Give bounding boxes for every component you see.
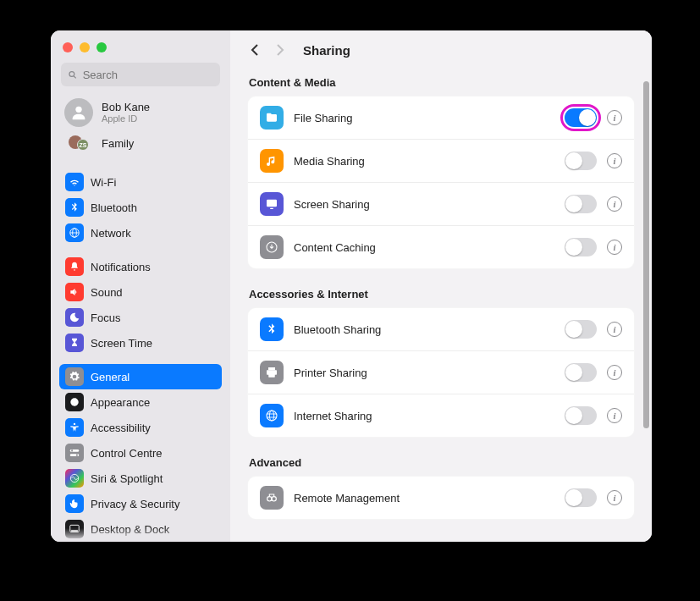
settings-row-content-caching: Content Caching i <box>248 225 634 268</box>
sidebar-user[interactable]: Bob Kane Apple ID <box>59 95 222 132</box>
row-label: Content Caching <box>294 241 554 254</box>
sidebar-item-notifications[interactable]: Notifications <box>59 254 222 279</box>
sidebar-item-bluetooth[interactable]: Bluetooth <box>59 195 222 220</box>
search-icon <box>68 69 78 80</box>
settings-row-remote-management: Remote Management i <box>248 477 634 519</box>
search-field[interactable] <box>61 63 220 86</box>
back-button[interactable] <box>247 42 262 58</box>
sidebar: Bob Kane Apple ID ZS Family Wi-FiBluetoo… <box>51 30 230 542</box>
music-icon <box>260 149 284 173</box>
sidebar-item-desktop-dock[interactable]: Desktop & Dock <box>59 516 222 542</box>
section-header: Content & Media <box>249 76 635 89</box>
settings-row-bluetooth-sharing: Bluetooth Sharing i <box>248 308 634 350</box>
row-label: Internet Sharing <box>294 410 554 422</box>
section-header: Accessories & Internet <box>249 288 635 300</box>
toggle-screen-sharing[interactable] <box>565 195 597 213</box>
info-button[interactable]: i <box>607 490 622 505</box>
sidebar-item-privacy-security[interactable]: Privacy & Security <box>59 491 222 516</box>
settings-window: Bob Kane Apple ID ZS Family Wi-FiBluetoo… <box>51 30 652 542</box>
search-input[interactable] <box>83 69 213 81</box>
section-header: Advanced <box>249 456 635 469</box>
toggle-bluetooth-sharing[interactable] <box>565 320 597 339</box>
info-button[interactable]: i <box>607 240 622 255</box>
sidebar-family[interactable]: ZS Family <box>59 132 222 161</box>
info-button[interactable]: i <box>607 153 622 168</box>
sidebar-item-label: Network <box>91 227 131 240</box>
screen-icon <box>260 192 284 216</box>
sidebar-item-label: Accessibility <box>91 422 151 434</box>
close-button[interactable] <box>63 42 73 52</box>
sidebar-item-control-centre[interactable]: Control Centre <box>59 440 222 466</box>
sidebar-item-label: Appearance <box>91 396 150 409</box>
scrollbar[interactable] <box>643 81 649 428</box>
folder-icon <box>260 106 284 130</box>
toggle-file-sharing[interactable] <box>565 108 597 127</box>
siri-icon <box>65 469 84 488</box>
bell-icon <box>65 257 84 276</box>
settings-row-file-sharing: File Sharing i <box>248 96 634 139</box>
sidebar-scroll[interactable]: Bob Kane Apple ID ZS Family Wi-FiBluetoo… <box>51 95 230 542</box>
settings-row-screen-sharing: Screen Sharing i <box>248 182 634 225</box>
info-button[interactable]: i <box>607 110 622 125</box>
sidebar-item-siri-spotlight[interactable]: Siri & Spotlight <box>59 466 222 491</box>
minimize-button[interactable] <box>80 42 90 52</box>
sidebar-item-general[interactable]: General <box>59 364 222 389</box>
gear-icon <box>65 367 84 386</box>
sidebar-item-label: Siri & Spotlight <box>91 472 163 485</box>
svg-point-0 <box>69 71 74 76</box>
toggle-media-sharing[interactable] <box>565 152 597 170</box>
sidebar-item-label: Desktop & Dock <box>91 523 169 536</box>
sidebar-item-label: Bluetooth <box>91 201 137 214</box>
toggle-internet-sharing[interactable] <box>565 406 597 425</box>
sidebar-item-focus[interactable]: Focus <box>59 305 222 330</box>
toggle-content-caching[interactable] <box>565 238 597 256</box>
content[interactable]: Content & Media File Sharing i Media Sha… <box>230 69 652 542</box>
sidebar-item-label: Focus <box>91 312 120 324</box>
download-icon <box>260 235 284 259</box>
switches-icon <box>65 444 84 462</box>
sidebar-item-accessibility[interactable]: Accessibility <box>59 415 222 440</box>
user-sub: Apple ID <box>102 113 150 124</box>
svg-point-2 <box>75 107 81 113</box>
appearance-icon <box>65 393 84 411</box>
sidebar-item-wi-fi[interactable]: Wi-Fi <box>59 169 222 195</box>
main-panel: Sharing Content & Media File Sharing i M… <box>230 30 652 542</box>
toggle-printer-sharing[interactable] <box>565 363 597 382</box>
info-button[interactable]: i <box>607 196 622 212</box>
toggle-remote-management[interactable] <box>565 488 597 507</box>
info-button[interactable]: i <box>607 408 622 423</box>
network-icon <box>65 223 84 242</box>
toolbar: Sharing <box>230 30 652 69</box>
sidebar-item-label: Wi-Fi <box>91 176 116 189</box>
settings-row-internet-sharing: Internet Sharing i <box>248 394 634 437</box>
sound-icon <box>65 283 84 301</box>
forward-button[interactable] <box>273 42 288 58</box>
fullscreen-button[interactable] <box>96 42 107 52</box>
row-label: Bluetooth Sharing <box>294 323 554 336</box>
printer-icon <box>260 361 284 384</box>
info-button[interactable]: i <box>607 322 622 337</box>
sidebar-item-network[interactable]: Network <box>59 220 222 245</box>
traffic-lights <box>51 39 230 63</box>
row-label: Screen Sharing <box>294 198 554 211</box>
family-icon: ZS <box>64 134 93 152</box>
settings-card: Bluetooth Sharing i Printer Sharing i In… <box>247 307 635 438</box>
dock-icon <box>65 520 84 538</box>
info-button[interactable]: i <box>607 365 622 380</box>
wifi-icon <box>65 173 84 191</box>
sidebar-item-appearance[interactable]: Appearance <box>59 389 222 415</box>
row-label: Remote Management <box>294 492 554 505</box>
bluetooth-icon <box>65 198 84 217</box>
sidebar-item-label: Notifications <box>91 261 151 273</box>
sidebar-item-screen-time[interactable]: Screen Time <box>59 330 222 356</box>
settings-card: Remote Management i <box>247 476 635 520</box>
binoc-icon <box>260 486 284 510</box>
sidebar-item-sound[interactable]: Sound <box>59 279 222 305</box>
row-label: Printer Sharing <box>294 367 554 379</box>
row-label: File Sharing <box>294 112 554 124</box>
sidebar-item-label: General <box>91 371 130 383</box>
user-name: Bob Kane <box>102 102 150 113</box>
sidebar-item-label: Sound <box>91 286 123 299</box>
sidebar-item-label: Privacy & Security <box>91 498 179 510</box>
svg-line-1 <box>74 75 75 77</box>
